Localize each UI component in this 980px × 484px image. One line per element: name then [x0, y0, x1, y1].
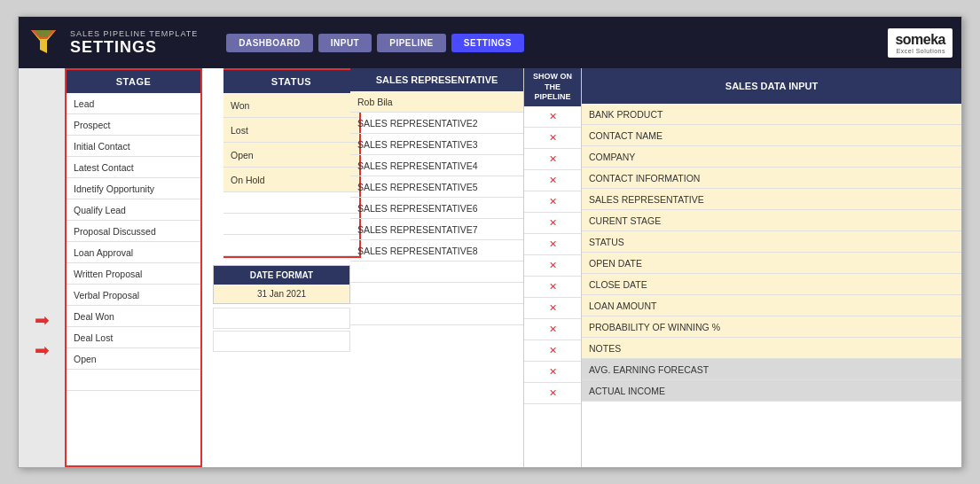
empty-cell [213, 331, 350, 352]
check-cell: ✕ [524, 319, 581, 340]
list-item[interactable]: Deal Won [67, 306, 200, 327]
list-item: SALES REPRESENTATIVE [582, 189, 961, 210]
sales-data-header: SALES DATA INPUT [582, 68, 961, 104]
app-window: SALES PIPELINE TEMPLATE SETTINGS DASHBOA… [18, 16, 962, 468]
list-item[interactable]: Verbal Proposal [67, 285, 200, 306]
list-item-empty [223, 235, 359, 256]
nav-settings[interactable]: SETTINGS [451, 34, 524, 52]
list-item-empty [350, 283, 523, 304]
status-header: STATUS [223, 70, 359, 93]
empty-cell [213, 308, 350, 329]
list-item: CONTACT NAME [582, 125, 961, 146]
funnel-logo [27, 27, 59, 59]
nav-input[interactable]: INPUT [318, 34, 372, 52]
list-item-empty [350, 304, 523, 325]
list-item-empty [223, 192, 359, 214]
list-item-empty [350, 262, 523, 283]
list-item: CLOSE DATE [582, 274, 961, 295]
list-item: OPEN DATE [582, 253, 961, 274]
nav-pipeline[interactable]: PIPELINE [377, 34, 446, 52]
arrow-icon-2: ➡ [35, 340, 50, 361]
check-cell: ✕ [524, 277, 581, 298]
check-cell: ✕ [524, 213, 581, 234]
list-item-empty [223, 214, 359, 235]
list-item: AVG. EARNING FORECAST [582, 359, 961, 380]
nav-dashboard[interactable]: DASHBOARD [226, 34, 313, 52]
check-cell: ✕ [524, 383, 581, 404]
date-format-value[interactable]: 31 Jan 2021 [214, 285, 349, 303]
show-pipeline-column: SHOW ON THE PIPELINE ✕ ✕ ✕ ✕ ✕ ✕ ✕ ✕ ✕ ✕… [523, 68, 581, 467]
list-item: LOAN AMOUNT [582, 295, 961, 316]
list-item[interactable]: Written Proposal [67, 263, 200, 285]
date-format-box: DATE FORMAT 31 Jan 2021 [213, 265, 350, 304]
list-item: CURENT STAGE [582, 210, 961, 231]
list-item[interactable]: SALES REPRESENTATIVE8 [350, 240, 523, 262]
status-column: STATUS Won Lost Open On Hold [223, 68, 361, 258]
check-cell: ✕ [524, 234, 581, 255]
list-item[interactable]: Deal Lost [67, 327, 200, 348]
main-content: ➡ ➡ STAGE Lead Prospect Initial Contact … [19, 68, 961, 467]
list-item[interactable]: Lead [67, 93, 200, 114]
list-item[interactable]: Rob Bila [350, 91, 523, 113]
check-cell: ✕ [524, 255, 581, 277]
app-title: SALES PIPELINE TEMPLATE [70, 29, 198, 38]
list-item-empty [67, 370, 200, 391]
list-item: COMPANY [582, 146, 961, 168]
check-cell: ✕ [524, 362, 581, 383]
list-item[interactable]: SALES REPRESENTATIVE5 [350, 176, 523, 198]
list-item[interactable]: Loan Approval [67, 242, 200, 263]
check-cell: ✕ [524, 340, 581, 362]
nav-buttons: DASHBOARD INPUT PIPELINE SETTINGS [226, 34, 524, 52]
brand-sub: Excel Solutions [897, 48, 945, 54]
check-cell: ✕ [524, 170, 581, 191]
stage-header: STAGE [67, 70, 200, 93]
sales-rep-header: SALES REPRESENTATIVE [350, 68, 523, 91]
sales-data-column: SALES DATA INPUT BANK PRODUCT CONTACT NA… [581, 68, 961, 467]
check-cell: ✕ [524, 298, 581, 319]
list-item[interactable]: Open [67, 348, 200, 370]
list-item: NOTES [582, 338, 961, 359]
header: SALES PIPELINE TEMPLATE SETTINGS DASHBOA… [19, 17, 961, 68]
check-cell: ✕ [524, 191, 581, 213]
check-cell: ✕ [524, 128, 581, 149]
list-item[interactable]: Proposal Discussed [67, 221, 200, 242]
list-item[interactable]: SALES REPRESENTATIVE3 [350, 134, 523, 155]
list-item[interactable]: Lost [223, 118, 359, 143]
sales-rep-column: SALES REPRESENTATIVE Rob Bila SALES REPR… [350, 68, 523, 467]
list-item: STATUS [582, 231, 961, 253]
header-title-block: SALES PIPELINE TEMPLATE SETTINGS [70, 29, 198, 57]
list-item[interactable]: Qualify Lead [67, 199, 200, 221]
outer-wrapper: SALES PIPELINE TEMPLATE SETTINGS DASHBOA… [0, 0, 980, 484]
date-format-header: DATE FORMAT [214, 266, 349, 285]
status-section: STATUS Won Lost Open On Hold DATE FORMAT… [213, 68, 350, 467]
list-item: BANK PRODUCT [582, 104, 961, 125]
list-item: ACTUAL INCOME [582, 380, 961, 402]
list-item: PROBABILITY OF WINNING % [582, 316, 961, 338]
list-item[interactable]: Initial Contact [67, 136, 200, 157]
list-item[interactable]: Won [223, 93, 359, 118]
list-item[interactable]: Idnetify Opportunity [67, 178, 200, 199]
show-pipeline-header: SHOW ON THE PIPELINE [524, 68, 581, 106]
list-item[interactable]: SALES REPRESENTATIVE4 [350, 155, 523, 176]
list-item[interactable]: Open [223, 143, 359, 168]
list-item[interactable]: Prospect [67, 114, 200, 136]
check-cell: ✕ [524, 149, 581, 170]
list-item: CONTACT INFORMATION [582, 168, 961, 189]
check-cell: ✕ [524, 106, 581, 128]
arrow-icon-1: ➡ [35, 309, 50, 331]
list-item[interactable]: On Hold [223, 168, 359, 192]
brand-logo: someka Excel Solutions [888, 28, 953, 58]
list-item[interactable]: SALES REPRESENTATIVE2 [350, 113, 523, 134]
arrow-column: ➡ ➡ [19, 68, 65, 467]
list-item[interactable]: Latest Contact [67, 157, 200, 178]
page-title: SETTINGS [70, 38, 198, 57]
list-item[interactable]: SALES REPRESENTATIVE7 [350, 219, 523, 240]
list-item[interactable]: SALES REPRESENTATIVE6 [350, 198, 523, 219]
brand-name: someka [895, 32, 945, 48]
stage-column: STAGE Lead Prospect Initial Contact Late… [65, 68, 202, 467]
